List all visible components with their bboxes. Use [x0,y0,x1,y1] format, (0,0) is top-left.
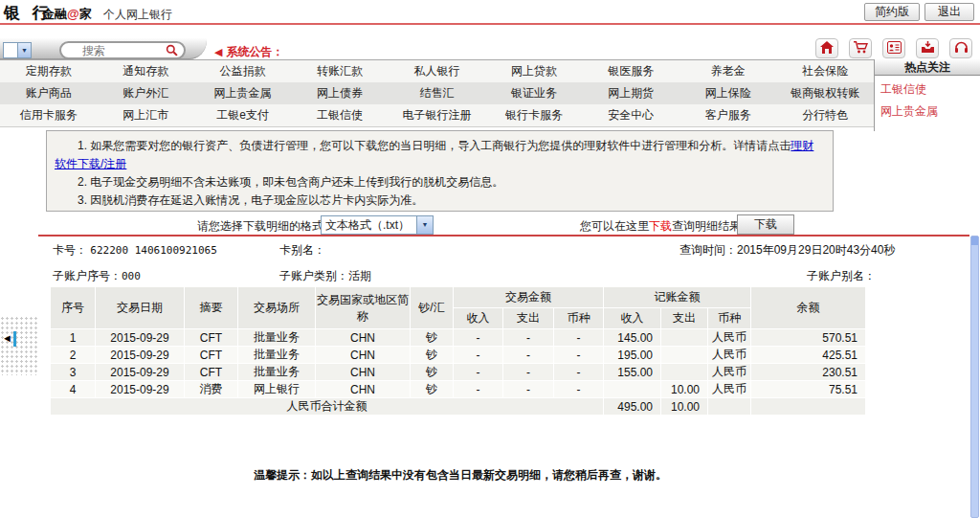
hot-link-precious-metal[interactable]: 网上贵金属 [875,98,980,120]
menu-item-social-insurance[interactable]: 社会保险 [777,63,874,79]
cell: 钞 [411,347,453,363]
menu-item-customer-service[interactable]: 客户服务 [679,107,776,124]
menu-item-bank-securities[interactable]: 银证业务 [485,85,582,101]
menu-item-security-center[interactable]: 安全中心 [583,107,679,124]
menu-item-charity-donation[interactable]: 公益捐款 [194,63,291,79]
menu-item-fixed-deposit[interactable]: 定期存款 [0,63,97,79]
menu-item-private-banking[interactable]: 私人银行 [389,63,485,79]
note-line-2: 2. 电子现金交易明细不含未达账项，即未包含商户还未上传到我行的脱机交易信息。 [55,173,825,191]
menu-item-branch-feature[interactable]: 分行特色 [777,107,874,124]
menu-item-bank-medical[interactable]: 银医服务 [583,63,679,79]
menu-item-notice-deposit[interactable]: 通知存款 [97,63,193,79]
note-line-3: 3. 因脱机消费存在延迟入账情况，电子现金应以芯片卡内实际为准。 [55,191,825,210]
menu-item-icbc-epay[interactable]: 工银e支付 [194,107,291,124]
cell: 1 [51,329,95,346]
menu-item-precious-metal[interactable]: 网上贵金属 [194,85,291,101]
menu-item-pension[interactable]: 养老金 [679,63,776,79]
menu-item-bank-card-service[interactable]: 银行卡服务 [485,107,582,124]
section-divider [38,235,969,236]
quick-nav-dropdown[interactable]: ▼ [3,42,32,58]
cell: 钞 [411,381,453,397]
page-scrollbar[interactable] [970,236,979,518]
cell: 2015-09-29 [96,329,184,346]
cell [661,347,707,363]
sidebar-collapse-handle[interactable]: ◄ [0,316,38,375]
cell: CHN [316,364,410,380]
search-box[interactable] [59,41,186,59]
menu-item-ebanking-register[interactable]: 电子银行注册 [389,107,485,124]
menu-item-online-futures[interactable]: 网上期货 [583,85,679,101]
format-select[interactable]: 文本格式（.txt） ▼ [321,215,434,235]
menu-item-account-commodity[interactable]: 账户商品 [0,85,97,101]
hot-link-icbc-messenger[interactable]: 工银信使 [875,76,980,98]
contacts-button[interactable] [882,38,905,58]
menu-item-icbc-messenger[interactable]: 工银信使 [291,107,388,124]
chevron-down-icon[interactable]: ▼ [416,216,433,234]
sub-seq-value: 000 [122,270,141,282]
card-no-row: 卡号： 622200 1406100921065 [53,242,217,259]
hint-suffix: 查询明细结果 [672,219,741,233]
chevron-down-icon[interactable]: ▼ [17,43,31,57]
transactions-table: 序号 交易日期 摘要 交易场所 交易国家或地区简称 钞/汇 交易金额 记账金额 … [50,286,866,416]
header-divider [0,23,980,25]
cell: - [454,381,502,397]
logout-button[interactable]: 退出 [924,3,974,21]
cell: 钞 [411,329,453,346]
col-header-book-group: 记账金额 [604,287,750,307]
menu-item-online-bond[interactable]: 网上债券 [291,85,388,101]
menu-item-bank-merchant-transfer[interactable]: 银商银权转账 [777,85,874,101]
cell: 195.00 [604,347,660,363]
menu-row-2: 账户商品 账户外汇 网上贵金属 网上债券 结售汇 银证业务 网上期货 网上保险 … [0,82,874,104]
menu-item-online-loan[interactable]: 网上贷款 [485,63,582,79]
cell: - [503,329,553,346]
collapse-left-icon[interactable]: ◄ [2,332,12,344]
inbox-button[interactable] [916,38,939,58]
download-button[interactable]: 下载 [737,214,794,235]
table-header-row-1: 序号 交易日期 摘要 交易场所 交易国家或地区简称 钞/汇 交易金额 记账金额 … [51,287,865,307]
format-selected-value: 文本格式（.txt） [325,218,410,232]
cell: 批量业务 [238,347,315,363]
cell: 批量业务 [238,329,315,346]
cell: - [503,381,553,397]
cell: 2 [51,347,95,363]
brand-at: @ [67,7,79,21]
col-header-country: 交易国家或地区简称 [316,287,410,328]
inbox-download-icon [921,41,935,56]
cell: 2015-09-29 [96,381,184,397]
query-time-row: 查询时间：2015年09月29日20时43分40秒 [679,242,895,259]
search-icon[interactable] [166,44,178,59]
transactions-table-wrap: 序号 交易日期 摘要 交易场所 交易国家或地区简称 钞/汇 交易金额 记账金额 … [50,286,866,416]
download-link[interactable]: 下载 [649,219,672,233]
cell [661,364,707,380]
customer-service-button[interactable] [949,38,972,58]
menu-item-online-insurance[interactable]: 网上保险 [679,85,776,101]
cell: 3 [51,364,95,380]
menu-item-online-fx-market[interactable]: 网上汇市 [97,107,193,124]
cell: 145.00 [604,329,660,346]
col-header-cash: 钞/汇 [411,287,453,328]
menu-item-credit-card-service[interactable]: 信用卡服务 [0,107,97,124]
cart-button[interactable] [849,38,872,58]
menu-bottom-divider [0,126,874,127]
cell: - [454,347,502,363]
menu-row-1: 定期存款 通知存款 公益捐款 转账汇款 私人银行 网上贷款 银医服务 养老金 社… [0,60,874,82]
brand-suffix: 家 [79,7,92,21]
site-subtitle: 个人网上银行 [103,7,172,23]
menu-item-transfer-remit[interactable]: 转账汇款 [291,63,388,79]
query-time-value: 2015年09月29日20时43分40秒 [737,243,895,257]
menu-item-account-forex[interactable]: 账户外汇 [97,85,193,101]
cell: 人民币 [708,347,750,363]
cart-icon [854,41,868,56]
announcement-bar: ◀系统公告： [214,44,283,60]
announcement-label: 系统公告： [226,45,283,58]
menu-row-3: 信用卡服务 网上汇市 工银e支付 工银信使 电子银行注册 银行卡服务 安全中心 … [0,104,874,126]
sub-account-seq-row: 子账户序号：000 [53,268,141,284]
menu-item-fx-settlement[interactable]: 结售汇 [389,85,485,101]
sub-type-value: 活期 [348,269,371,282]
cell: 人民币 [708,381,750,397]
simple-version-button[interactable]: 简约版 [864,3,920,21]
cell: CFT [185,364,237,380]
col-header-trade-currency: 币种 [554,308,603,328]
search-input[interactable] [82,44,159,56]
home-button[interactable] [815,38,838,58]
